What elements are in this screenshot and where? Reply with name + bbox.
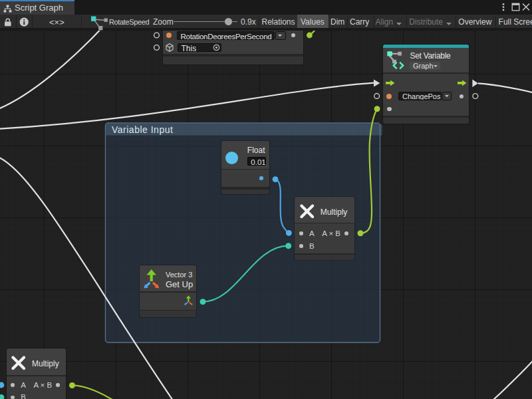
svg-text:Variable Input: Variable Input <box>112 124 173 135</box>
